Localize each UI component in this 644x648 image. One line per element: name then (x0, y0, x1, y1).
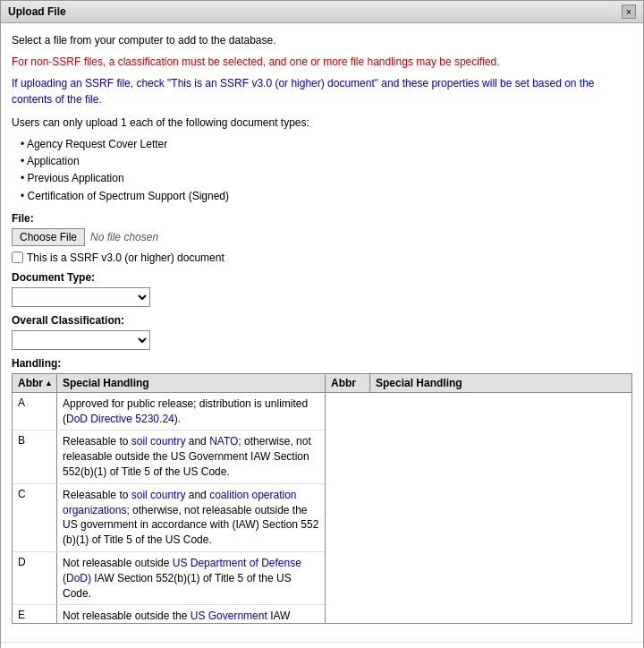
info-line3: If uploading an SSRF file, check "This i… (12, 75, 632, 107)
table-row: E Not releasable outside the US Governme… (13, 605, 325, 622)
handling-right-header: Abbr Special Handling (326, 374, 631, 393)
dialog-title: Upload File (8, 5, 66, 18)
dialog-footer: OK Cancel (1, 642, 643, 648)
file-section: File: Choose File No file chosen (12, 212, 632, 246)
dialog-content: Select a file from your computer to add … (1, 23, 643, 642)
list-item: Agency Request Cover Letter (21, 136, 632, 153)
special-header-right: Special Handling (370, 374, 631, 392)
doc-types-list: Agency Request Cover Letter Application … (21, 136, 632, 205)
special-header: Special Handling (57, 374, 325, 392)
handling-right-panel: Abbr Special Handling (326, 374, 631, 623)
handling-label: Handling: (12, 357, 632, 370)
table-row: B Releasable to soil country and NATO; o… (13, 431, 325, 483)
document-type-select[interactable] (12, 287, 150, 307)
ssrf-checkbox[interactable] (12, 252, 23, 263)
abbr-header-right: Abbr (326, 374, 370, 392)
handling-table-body[interactable]: A Approved for public release; distribut… (13, 393, 325, 623)
list-item: Application (21, 153, 632, 170)
abbr-header: Abbr ▲ (13, 374, 57, 392)
table-row: D Not releasable outside US Department o… (13, 552, 325, 605)
no-file-text: No file chosen (90, 231, 158, 243)
handling-left-panel: Abbr ▲ Special Handling A Approved for p… (13, 374, 326, 623)
handling-section: Handling: Abbr ▲ Special Handling A (12, 357, 632, 624)
dialog-titlebar: Upload File × (1, 1, 643, 23)
handling-right-body (326, 393, 631, 623)
info-line1: Select a file from your computer to add … (12, 32, 632, 48)
file-row: Choose File No file chosen (12, 228, 632, 246)
info-line2: For non-SSRF files, a classification mus… (12, 54, 632, 70)
doc-types-header: Users can only upload 1 each of the foll… (12, 115, 632, 131)
list-item: Previous Application (21, 170, 632, 187)
doc-types-section: Users can only upload 1 each of the foll… (12, 115, 632, 205)
handling-left-header: Abbr ▲ Special Handling (13, 374, 325, 393)
upload-file-dialog: Upload File × Select a file from your co… (0, 0, 644, 648)
handling-table: Abbr ▲ Special Handling A Approved for p… (12, 373, 632, 624)
table-row: A Approved for public release; distribut… (13, 393, 325, 431)
choose-file-button[interactable]: Choose File (12, 228, 85, 246)
overall-classification-select[interactable] (12, 330, 150, 350)
table-row: C Releasable to soil country and coaliti… (13, 484, 325, 552)
overall-classification-label: Overall Classification: (12, 314, 632, 327)
sort-arrow-icon: ▲ (45, 379, 53, 388)
document-type-label: Document Type: (12, 271, 632, 284)
document-type-section: Document Type: (12, 271, 632, 307)
ssrf-checkbox-row: This is a SSRF v3.0 (or higher) document (12, 252, 632, 264)
file-label: File: (12, 212, 632, 225)
overall-classification-section: Overall Classification: (12, 314, 632, 350)
ssrf-checkbox-label: This is a SSRF v3.0 (or higher) document (27, 252, 225, 264)
list-item: Certification of Spectrum Support (Signe… (21, 188, 632, 205)
close-button[interactable]: × (622, 4, 636, 19)
